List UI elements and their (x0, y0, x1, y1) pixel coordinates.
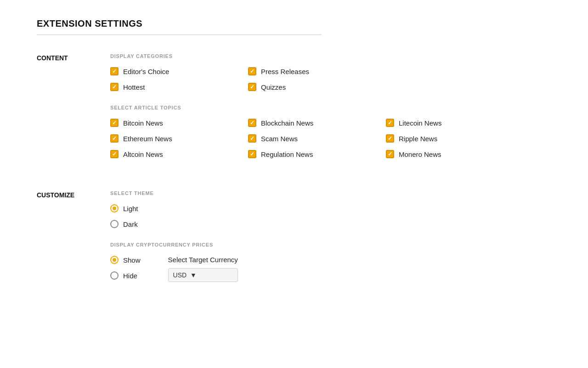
radio-item-show[interactable]: Show (110, 256, 141, 264)
currency-selector-group: Select Target Currency USD ▼ (168, 256, 238, 282)
checkbox-regulation-news[interactable] (248, 150, 256, 158)
radio-item-dark[interactable]: Dark (110, 220, 551, 228)
label-regulation-news: Regulation News (261, 150, 313, 158)
content-section: CONTENT DISPLAY CATEGORIES Editor's Choi… (37, 53, 551, 172)
label-altcoin-news: Altcoin News (123, 150, 163, 158)
label-scam-news: Scam News (261, 135, 298, 143)
article-topics-grid: Bitcoin News Blockchain News Litecoin Ne… (110, 119, 551, 158)
label-bitcoin-news: Bitcoin News (123, 119, 163, 127)
customize-body: SELECT THEME Light Dark DISPLAY CRYPTOCU… (110, 190, 551, 282)
label-quizzes: Quizzes (261, 83, 286, 91)
checkbox-bitcoin-news[interactable] (110, 119, 119, 127)
label-litecoin-news: Litecoin News (399, 119, 441, 127)
checkbox-blockchain-news[interactable] (248, 119, 256, 127)
checkbox-item-ethereum-news[interactable]: Ethereum News (110, 134, 248, 143)
label-light: Light (123, 205, 138, 213)
checkbox-editors-choice[interactable] (110, 67, 119, 75)
theme-radio-group: Light Dark (110, 204, 551, 228)
display-crypto-row: Show Hide Select Target Currency USD ▼ (110, 256, 551, 282)
display-categories-heading: DISPLAY CATEGORIES (110, 53, 551, 59)
radio-show[interactable] (110, 256, 119, 264)
checkbox-item-altcoin-news[interactable]: Altcoin News (110, 150, 248, 158)
label-press-releases: Press Releases (261, 68, 309, 75)
label-monero-news: Monero News (399, 150, 441, 158)
checkbox-item-monero-news[interactable]: Monero News (386, 150, 524, 158)
checkbox-ripple-news[interactable] (386, 134, 394, 143)
label-editors-choice: Editor's Choice (123, 68, 169, 75)
checkbox-item-litecoin-news[interactable]: Litecoin News (386, 119, 524, 127)
content-label: CONTENT (37, 53, 110, 172)
checkbox-item-quizzes[interactable]: Quizzes (248, 83, 386, 91)
radio-item-light[interactable]: Light (110, 204, 551, 213)
checkbox-ethereum-news[interactable] (110, 134, 119, 143)
checkbox-item-regulation-news[interactable]: Regulation News (248, 150, 386, 158)
checkbox-litecoin-news[interactable] (386, 119, 394, 127)
label-dark: Dark (123, 220, 138, 228)
checkbox-item-scam-news[interactable]: Scam News (248, 134, 386, 143)
content-body: DISPLAY CATEGORIES Editor's Choice Press… (110, 53, 551, 172)
currency-select[interactable]: USD ▼ (168, 268, 238, 282)
currency-label: Select Target Currency (168, 256, 238, 264)
label-hottest: Hottest (123, 83, 145, 91)
display-categories-grid: Editor's Choice Press Releases Hottest Q… (110, 67, 551, 91)
label-blockchain-news: Blockchain News (261, 119, 313, 127)
dropdown-arrow-icon: ▼ (190, 271, 197, 279)
radio-hide[interactable] (110, 271, 119, 280)
checkbox-item-press-releases[interactable]: Press Releases (248, 67, 386, 75)
page-title: EXTENSION SETTINGS (37, 18, 551, 29)
label-ethereum-news: Ethereum News (123, 135, 172, 143)
checkbox-item-hottest[interactable]: Hottest (110, 83, 248, 91)
checkbox-quizzes[interactable] (248, 83, 256, 91)
checkbox-item-ripple-news[interactable]: Ripple News (386, 134, 524, 143)
checkbox-altcoin-news[interactable] (110, 150, 119, 158)
checkbox-hottest[interactable] (110, 83, 119, 91)
checkbox-press-releases[interactable] (248, 67, 256, 75)
currency-value: USD (173, 271, 187, 279)
radio-dark[interactable] (110, 220, 119, 228)
checkbox-item-editors-choice[interactable]: Editor's Choice (110, 67, 248, 75)
display-crypto-heading: DISPLAY CRYPTOCURRENCY PRICES (110, 242, 551, 247)
checkbox-item-bitcoin-news[interactable]: Bitcoin News (110, 119, 248, 127)
customize-label: CUSTOMIZE (37, 190, 110, 282)
select-theme-heading: SELECT THEME (110, 190, 551, 196)
visibility-radio-group: Show Hide (110, 256, 141, 280)
radio-item-hide[interactable]: Hide (110, 271, 141, 280)
checkbox-scam-news[interactable] (248, 134, 256, 143)
label-ripple-news: Ripple News (399, 135, 437, 143)
title-divider (37, 34, 322, 35)
label-hide: Hide (123, 272, 137, 280)
customize-section: CUSTOMIZE SELECT THEME Light Dark DISPLA… (37, 190, 551, 282)
article-topics-heading: SELECT ARTICLE TOPICS (110, 105, 551, 110)
label-show: Show (123, 256, 141, 264)
radio-light[interactable] (110, 204, 119, 213)
checkbox-item-blockchain-news[interactable]: Blockchain News (248, 119, 386, 127)
checkbox-monero-news[interactable] (386, 150, 394, 158)
